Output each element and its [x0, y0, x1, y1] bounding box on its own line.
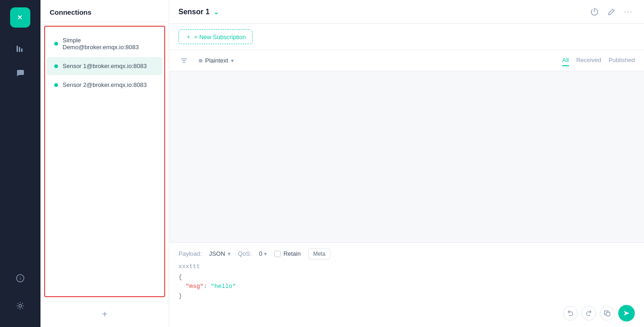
json-line-3: }	[178, 292, 635, 301]
checkbox-icon	[274, 251, 281, 257]
more-options-button[interactable]: ···	[622, 6, 635, 18]
tab-received[interactable]: Received	[576, 55, 601, 66]
meta-button[interactable]: Meta	[308, 248, 331, 259]
page-title: Sensor 1 ⌄	[178, 8, 219, 16]
connections-title: Connections	[40, 0, 169, 22]
plus-icon: ＋	[185, 33, 191, 41]
send-button[interactable]	[618, 305, 635, 321]
json-line-2: "msg": "hello"	[178, 282, 635, 292]
payload-format-value: JSON	[209, 250, 225, 257]
sidebar: ✕ i	[0, 0, 40, 327]
format-label: Plaintext	[205, 57, 228, 64]
qos-select[interactable]: 0 ▾	[259, 250, 267, 257]
connection-status-dot	[54, 42, 58, 46]
format-status-dot	[199, 59, 202, 63]
publisher-body[interactable]: { "msg": "hello" }	[178, 273, 635, 301]
qos-value: 0	[259, 250, 262, 257]
app-logo[interactable]: ✕	[10, 7, 30, 28]
subscription-bar: ＋ + New Subscription	[169, 24, 644, 50]
content-area: ＋ + New Subscription Plaintext ▾	[169, 24, 644, 327]
copy-button[interactable]	[600, 306, 615, 321]
payload-format-chevron-icon: ▾	[228, 251, 230, 257]
payload-label: Payload:	[178, 250, 202, 257]
topbar: Sensor 1 ⌄ ···	[169, 0, 644, 24]
json-key: "msg"	[178, 283, 204, 290]
connection-status-dot	[54, 83, 58, 87]
sidebar-bottom: i	[10, 268, 30, 320]
chevron-down-icon[interactable]: ⌄	[213, 8, 219, 16]
sidebar-connections-icon[interactable]	[10, 39, 30, 59]
format-select[interactable]: Plaintext ▾	[195, 55, 237, 66]
sidebar-chat-icon[interactable]	[10, 63, 30, 83]
svg-point-7	[19, 304, 22, 307]
title-text: Sensor 1	[178, 8, 210, 16]
retain-label: Retain	[283, 250, 301, 257]
sidebar-info-icon[interactable]: i	[10, 268, 30, 288]
format-chevron-icon: ▾	[231, 57, 234, 64]
json-line-1: {	[178, 273, 635, 282]
publisher-topic[interactable]: xxxttt	[178, 263, 635, 270]
redo-button[interactable]	[581, 306, 596, 321]
svg-rect-3	[19, 47, 20, 52]
publisher-meta: Payload: JSON ▾ QoS: 0 ▾ Retain Meta	[178, 248, 635, 259]
new-subscription-button[interactable]: ＋ + New Subscription	[178, 29, 253, 44]
add-connection-area: +	[40, 301, 169, 327]
sidebar-settings-icon[interactable]	[10, 296, 30, 316]
tab-published[interactable]: Published	[609, 55, 635, 66]
filter-bar: Plaintext ▾ All Received Published	[169, 50, 644, 71]
undo-button[interactable]	[563, 306, 578, 321]
connection-item-sensor1[interactable]: Sensor 1@broker.emqx.io:8083	[47, 57, 162, 75]
connection-item-sensor2[interactable]: Sensor 2@broker.emqx.io:8083	[47, 76, 162, 94]
svg-rect-2	[17, 46, 18, 52]
topbar-actions: ···	[588, 6, 635, 18]
connection-item-simple[interactable]: Simple Demo@broker.emqx.io:8083	[47, 31, 162, 56]
svg-text:i: i	[20, 276, 21, 281]
svg-rect-11	[606, 312, 610, 316]
connections-panel: Connections Simple Demo@broker.emqx.io:8…	[40, 0, 169, 327]
json-brace-open: {	[178, 274, 182, 281]
json-value: "hello"	[211, 283, 236, 290]
edit-button[interactable]	[606, 6, 617, 17]
tab-all[interactable]: All	[562, 55, 569, 66]
connection-label: Simple Demo@broker.emqx.io:8083	[63, 37, 155, 51]
new-subscription-label: + New Subscription	[194, 34, 246, 40]
svg-text:✕: ✕	[17, 14, 23, 21]
connection-label: Sensor 1@broker.emqx.io:8083	[63, 63, 147, 69]
connection-status-dot	[54, 64, 58, 68]
qos-chevron-icon: ▾	[264, 251, 267, 257]
message-area: Plaintext ▾ All Received Published	[169, 50, 644, 242]
filter-list-icon[interactable]	[178, 55, 190, 66]
qos-label: QoS:	[238, 250, 252, 257]
add-connection-button[interactable]: +	[98, 307, 112, 321]
payload-format-select[interactable]: JSON ▾	[209, 250, 231, 257]
svg-rect-4	[21, 48, 23, 52]
publisher-area: Payload: JSON ▾ QoS: 0 ▾ Retain Meta xxx…	[169, 242, 644, 327]
power-button[interactable]	[588, 6, 600, 18]
connection-label: Sensor 2@broker.emqx.io:8083	[63, 81, 147, 88]
connections-list: Simple Demo@broker.emqx.io:8083 Sensor 1…	[44, 26, 165, 297]
publisher-footer	[178, 305, 635, 321]
filter-tabs: All Received Published	[562, 55, 635, 66]
messages-list	[169, 71, 644, 242]
json-brace-close: }	[178, 293, 182, 299]
retain-checkbox[interactable]: Retain	[274, 250, 301, 257]
main-area: Sensor 1 ⌄ ··· ＋ + New	[169, 0, 644, 327]
